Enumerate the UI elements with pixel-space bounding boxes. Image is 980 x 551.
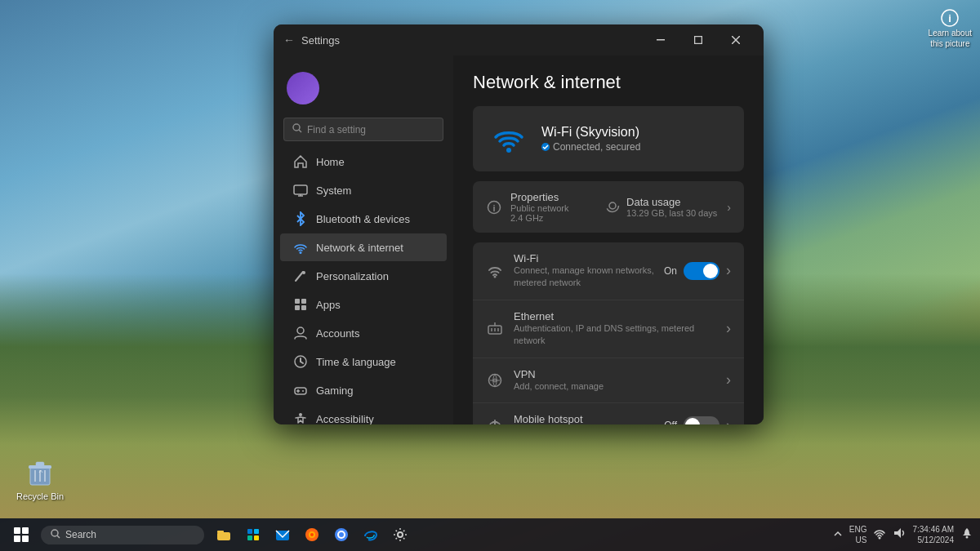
network-nav-icon [293, 240, 308, 255]
svg-line-27 [301, 362, 303, 363]
svg-rect-53 [247, 535, 252, 540]
wifi-name: Wi-Fi (Skyvision) [541, 125, 640, 140]
taskbar-files-icon[interactable] [211, 522, 237, 548]
taskbar-mail-icon[interactable] [270, 522, 296, 548]
sidebar-item-network[interactable]: Network & internet [280, 233, 447, 261]
ethernet-item-desc: Authentication, IP and DNS settings, met… [514, 322, 716, 348]
sidebar-item-accessibility[interactable]: Accessibility [280, 405, 447, 424]
sidebar-item-apps[interactable]: Apps [280, 291, 447, 318]
taskbar-search[interactable]: Search [41, 526, 204, 544]
nav-items-list: HomeSystemBluetooth & devicesNetwork & i… [274, 148, 453, 424]
search-input[interactable] [307, 124, 434, 136]
taskbar-edge-icon[interactable] [358, 522, 384, 548]
home-nav-icon [293, 154, 308, 169]
properties-row[interactable]: i Properties Public network 2.4 GHz [473, 181, 744, 233]
taskbar-store-icon[interactable] [240, 522, 266, 548]
sidebar-item-label-accounts: Accounts [316, 327, 359, 340]
page-title: Network & internet [473, 72, 744, 93]
data-usage-sub: 13.29 GB, last 30 days [626, 208, 717, 218]
data-usage-text: Data usage 13.29 GB, last 30 days [626, 196, 717, 218]
sidebar-item-bluetooth[interactable]: Bluetooth & devices [280, 205, 447, 233]
svg-rect-9 [695, 37, 702, 44]
sidebar-item-personalization[interactable]: Personalization [280, 262, 447, 290]
system-tray: ENG US 7:34:46 AM 5/12/2024 [833, 524, 973, 545]
system-nav-icon [293, 183, 308, 198]
minimize-button[interactable] [643, 27, 679, 53]
taskbar-chrome-icon[interactable] [328, 522, 354, 548]
vpn-item-desc: Add, connect, manage [514, 380, 716, 393]
hotspot-toggle-label: Off [664, 420, 677, 424]
svg-point-47 [51, 530, 58, 536]
learn-picture-text-line2: this picture [930, 38, 969, 49]
data-usage-section[interactable]: Data usage 13.29 GB, last 30 days › [605, 196, 731, 218]
back-button[interactable]: ← [283, 33, 295, 47]
bluetooth-nav-icon [293, 211, 308, 226]
svg-point-36 [607, 200, 619, 212]
sidebar-item-label-bluetooth: Bluetooth & devices [316, 213, 410, 225]
settings-item-vpn[interactable]: VPNAdd, connect, manage› [473, 358, 744, 403]
properties-icon: i [486, 199, 502, 216]
sidebar-item-label-system: System [316, 184, 351, 197]
svg-point-19 [302, 271, 305, 274]
wifi-toggle[interactable] [684, 262, 719, 280]
svg-rect-20 [295, 299, 300, 304]
svg-point-38 [494, 275, 497, 278]
svg-point-31 [302, 390, 304, 392]
close-button[interactable] [718, 27, 754, 53]
taskbar-right: ENG US 7:34:46 AM 5/12/2024 [833, 524, 973, 545]
sidebar-item-gaming[interactable]: Gaming [280, 376, 447, 404]
accounts-nav-icon [293, 326, 308, 340]
taskbar-firefox-icon[interactable] [299, 522, 325, 548]
sidebar-item-home[interactable]: Home [280, 148, 447, 176]
svg-point-33 [506, 148, 511, 153]
settings-list: Wi-FiConnect, manage known networks, met… [473, 242, 744, 424]
main-content: Network & internet Wi-Fi (Skyvision) [453, 56, 764, 424]
sidebar-item-label-gaming: Gaming [316, 384, 354, 397]
language-indicator: ENG US [849, 524, 867, 545]
svg-line-48 [57, 535, 60, 538]
wifi-signal-icon [489, 119, 528, 158]
title-bar: ← Settings [274, 24, 764, 56]
tray-notifications-icon[interactable] [960, 527, 973, 543]
wifi-item-desc: Connect, manage known networks, metered … [514, 264, 654, 290]
hotspot-toggle[interactable] [684, 416, 719, 424]
settings-item-ethernet[interactable]: EthernetAuthentication, IP and DNS setti… [473, 300, 744, 358]
svg-rect-14 [294, 185, 307, 194]
start-icon [14, 527, 29, 542]
tray-expand-button[interactable] [833, 527, 843, 542]
properties-title: Properties [510, 191, 569, 203]
tray-wifi-icon[interactable] [873, 527, 886, 543]
maximize-button[interactable] [680, 27, 716, 53]
data-usage-title: Data usage [626, 196, 717, 208]
apps-nav-icon [293, 297, 308, 312]
svg-rect-52 [254, 529, 259, 534]
clock[interactable]: 7:34:46 AM 5/12/2024 [912, 524, 954, 545]
tray-volume-icon[interactable] [893, 527, 906, 543]
data-usage-icon [605, 198, 620, 216]
hotspot-item-title: Mobile hotspot [514, 413, 654, 424]
sidebar-item-system[interactable]: System [280, 176, 447, 204]
sidebar-item-accounts[interactable]: Accounts [280, 319, 447, 347]
sidebar-item-label-home: Home [316, 156, 345, 168]
wifi-status-badge: Connected, secured [541, 141, 640, 153]
settings-item-wifi[interactable]: Wi-FiConnect, manage known networks, met… [473, 242, 744, 300]
ethernet-item-icon [486, 320, 504, 338]
avatar [287, 72, 319, 104]
search-box[interactable] [283, 118, 443, 141]
time-nav-icon [293, 354, 308, 369]
recycle-bin[interactable]: Recycle Bin [16, 457, 64, 501]
svg-rect-22 [295, 305, 300, 310]
start-button[interactable] [7, 520, 36, 549]
search-icon [292, 123, 302, 136]
connected-dot-icon [541, 143, 550, 151]
wifi-item-right: On› [664, 262, 731, 280]
settings-window: ← Settings [274, 24, 764, 424]
learn-picture-button[interactable]: i Learn about this picture [929, 8, 972, 49]
taskbar-settings-icon[interactable] [387, 522, 413, 548]
sidebar-item-label-apps: Apps [316, 299, 341, 311]
settings-item-hotspot[interactable]: Mobile hotspotShare your internet connec… [473, 403, 744, 424]
user-profile[interactable] [274, 62, 453, 114]
taskbar: Search [0, 518, 980, 551]
sidebar-item-time[interactable]: Time & language [280, 348, 447, 375]
sidebar: HomeSystemBluetooth & devicesNetwork & i… [274, 56, 453, 424]
